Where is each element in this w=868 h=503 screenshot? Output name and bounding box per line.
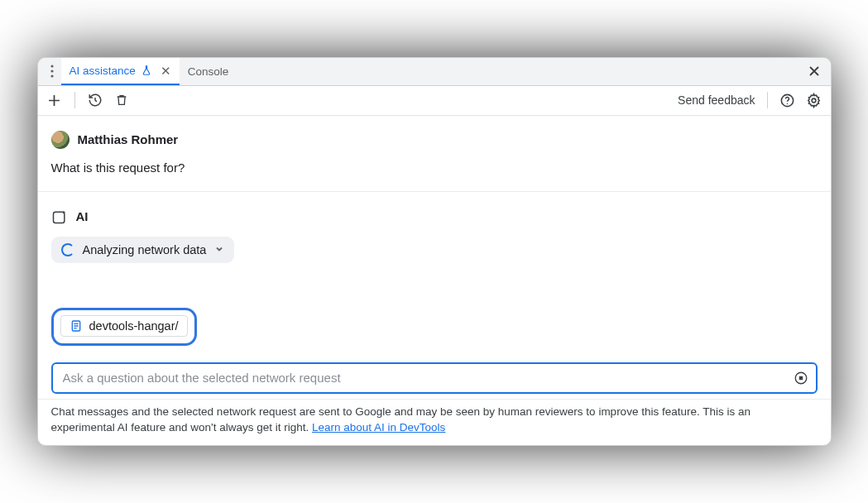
tab-console[interactable]: Console	[180, 58, 237, 85]
svg-point-1	[50, 70, 53, 73]
divider	[38, 191, 831, 192]
tab-label: AI assistance	[70, 65, 136, 77]
user-message-header: Matthias Rohmer	[51, 131, 818, 149]
stop-button[interactable]	[793, 370, 809, 386]
learn-more-link[interactable]: Learn about AI in DevTools	[312, 421, 445, 434]
help-button[interactable]	[779, 92, 796, 108]
ai-label: AI	[76, 209, 89, 223]
flask-icon	[141, 65, 152, 76]
document-icon	[70, 319, 83, 333]
ai-response-header: AI	[51, 208, 818, 225]
tab-bar: AI assistance ✕ Console	[38, 58, 831, 86]
selected-context-highlight: devtools-hangar/	[51, 308, 197, 346]
toolbar: Send feedback	[38, 86, 831, 116]
svg-point-0	[50, 65, 53, 68]
new-chat-button[interactable]	[46, 92, 63, 108]
delete-button[interactable]	[113, 92, 130, 108]
divider	[767, 92, 768, 108]
close-tab-icon[interactable]: ✕	[161, 65, 171, 77]
conversation-area: Matthias Rohmer What is this request for…	[38, 116, 831, 354]
svg-point-5	[812, 98, 816, 103]
history-button[interactable]	[87, 92, 103, 108]
context-chip[interactable]: devtools-hangar/	[60, 315, 188, 337]
divider	[74, 92, 75, 108]
svg-point-2	[50, 75, 53, 78]
settings-button[interactable]	[806, 92, 822, 108]
analyzing-status-pill[interactable]: Analyzing network data	[51, 237, 235, 263]
question-input[interactable]	[61, 370, 793, 386]
user-name: Matthias Rohmer	[78, 132, 179, 146]
user-message-text: What is this request for?	[51, 160, 818, 175]
question-input-wrapper	[51, 362, 818, 394]
disclaimer-footer: Chat messages and the selected network r…	[38, 399, 831, 446]
chevron-down-icon	[214, 243, 224, 256]
ai-sparkle-icon	[51, 208, 68, 225]
tab-label: Console	[188, 65, 229, 78]
svg-rect-6	[53, 212, 64, 223]
close-panel-button[interactable]	[803, 65, 826, 77]
svg-point-4	[787, 103, 788, 103]
context-chip-label: devtools-hangar/	[89, 319, 179, 333]
analyzing-text: Analyzing network data	[83, 243, 207, 256]
tab-ai-assistance[interactable]: AI assistance ✕	[61, 58, 180, 85]
devtools-panel: AI assistance ✕ Console Send feedback	[37, 57, 832, 447]
avatar	[51, 131, 70, 149]
svg-rect-9	[798, 376, 803, 380]
more-tabs-button[interactable]	[43, 65, 61, 78]
send-feedback-link[interactable]: Send feedback	[678, 93, 755, 107]
spinner-icon	[61, 243, 74, 256]
